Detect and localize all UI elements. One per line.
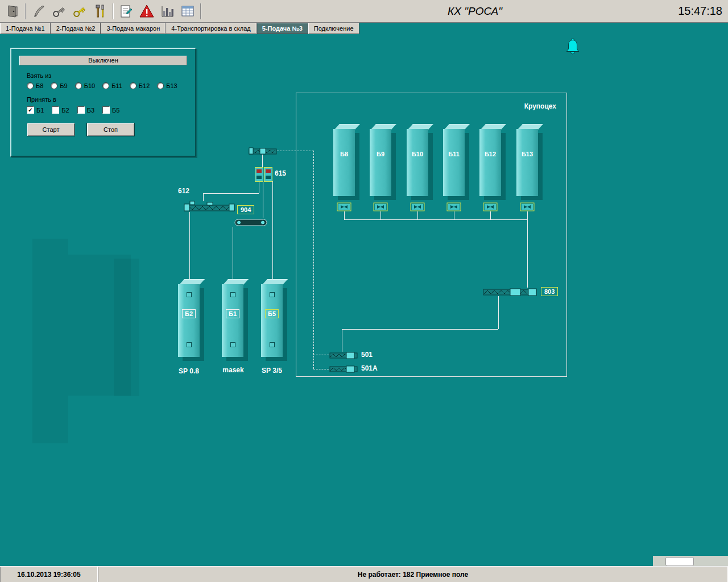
belt-conveyor-904 — [234, 218, 267, 227]
silo-label: Б10 — [407, 151, 428, 157]
checkbox-b2[interactable]: Б2 — [52, 106, 69, 114]
take-from-options: Б8 Б9 Б10 Б11 Б12 Б13 — [27, 82, 195, 89]
label-615: 615 — [275, 169, 286, 177]
silo-front — [479, 129, 501, 196]
horizontal-scrollbar[interactable] — [653, 556, 728, 566]
checkbox-label: Б3 — [87, 107, 94, 114]
alarm-warning-icon[interactable] — [136, 2, 157, 20]
checkbox-label: Б1 — [36, 107, 44, 114]
accept-to-options: ✓Б1 Б2 Б3 Б5 — [27, 106, 195, 114]
data-table-icon[interactable] — [177, 2, 198, 20]
label-612: 612 — [178, 187, 189, 195]
silo-b11-top: Б11 — [443, 129, 465, 196]
screw-conveyor-501a — [329, 365, 358, 373]
valve-b12-icon — [483, 202, 498, 211]
silo-b9-top: Б9 — [370, 129, 391, 196]
feather-pen-icon[interactable] — [28, 2, 49, 20]
exit-door-icon[interactable] — [2, 2, 23, 20]
tab-connection[interactable]: Подключение — [308, 23, 359, 34]
alarm-bell-icon[interactable] — [565, 39, 581, 58]
clock: 15:47:18 — [678, 5, 722, 18]
pipe-line — [380, 211, 381, 219]
tab-pasta-feed[interactable]: 3-Подача макарон — [101, 23, 166, 34]
report-document-icon[interactable] — [116, 2, 136, 20]
start-button[interactable]: Старт — [27, 123, 75, 136]
panel-buttons: Старт Стоп — [27, 123, 195, 136]
stop-button[interactable]: Стоп — [86, 123, 135, 136]
checkbox-label: Б5 — [112, 107, 119, 114]
key-gray-icon[interactable] — [49, 2, 69, 20]
valve-b11-icon — [446, 202, 461, 211]
pipe-line — [454, 211, 454, 219]
silo-front — [370, 129, 391, 196]
control-panel: Выключен Взять из Б8 Б9 Б10 Б11 Б12 Б13 … — [10, 48, 196, 157]
screw-conveyor-803 — [483, 288, 537, 296]
screw-conveyor-501 — [329, 352, 358, 359]
radio-label: Б13 — [166, 82, 177, 89]
tab-feed-1[interactable]: 1-Подача №1 — [0, 23, 51, 34]
pipe-line — [344, 211, 345, 219]
pipe-line — [233, 227, 233, 284]
level-sensor — [270, 292, 275, 297]
ghost-region — [114, 259, 139, 396]
checkbox-mark — [77, 106, 85, 114]
pipe-line — [272, 181, 273, 284]
radio-label: Б8 — [36, 82, 43, 89]
radio-b9[interactable]: Б9 — [51, 82, 67, 89]
pipe-line — [203, 193, 259, 194]
toolbar-separator — [200, 3, 201, 19]
radio-label: Б12 — [139, 82, 150, 89]
silo-label: Б9 — [370, 151, 391, 157]
silo-b10-top: Б10 — [407, 129, 428, 196]
tab-bar: 1-Подача №1 2-Подача №2 3-Подача макарон… — [0, 23, 728, 34]
silo-b2: Б2 — [178, 284, 200, 357]
screw-conveyor-612 — [183, 201, 235, 212]
checkbox-b5[interactable]: Б5 — [102, 106, 119, 114]
pipe-line — [527, 211, 528, 219]
silo-caption: masek — [216, 366, 250, 374]
accept-to-label: Принять в — [27, 96, 195, 103]
level-sensor — [230, 292, 235, 297]
silo-b5: Б5 — [261, 284, 283, 357]
silo-b12-top: Б12 — [479, 129, 501, 196]
checkbox-b3[interactable]: Б3 — [77, 106, 94, 114]
pipe-line — [498, 296, 499, 329]
silo-caption: SP 0.8 — [172, 367, 206, 375]
level-sensor — [187, 342, 192, 347]
pipe-line — [342, 329, 498, 330]
tools-icon[interactable] — [90, 2, 110, 20]
silo-front — [333, 129, 355, 196]
radio-circle — [75, 82, 82, 89]
radio-label: Б11 — [111, 82, 122, 89]
radio-b11[interactable]: Б11 — [102, 82, 122, 89]
radio-circle — [27, 82, 34, 89]
radio-b13[interactable]: Б13 — [157, 82, 177, 89]
pipe-line — [342, 329, 342, 352]
valve-b10-icon — [410, 202, 425, 211]
radio-b8[interactable]: Б8 — [27, 82, 43, 89]
status-message: Не работает: 182 Приемное поле — [98, 567, 728, 582]
radio-b10[interactable]: Б10 — [75, 82, 95, 89]
bar-chart-icon[interactable] — [157, 2, 177, 20]
pipe-line — [490, 211, 491, 219]
screw-conveyor-top — [249, 147, 277, 155]
level-sensor — [187, 292, 192, 297]
silo-label: Б11 — [443, 151, 465, 157]
key-yellow-icon[interactable] — [69, 2, 90, 20]
pipe-line — [263, 181, 263, 218]
level-sensor — [230, 342, 235, 347]
silo-front — [443, 129, 465, 196]
silo-b8-top: Б8 — [333, 129, 355, 196]
checkbox-b1[interactable]: ✓Б1 — [27, 106, 44, 114]
toolbar: КХ "РОСА" 15:47:18 — [0, 0, 728, 23]
tab-feed-2[interactable]: 2-Подача №2 — [51, 23, 101, 34]
status-display: Выключен — [19, 56, 187, 65]
valve-b13-icon — [520, 202, 535, 211]
status-datetime: 16.10.2013 19:36:05 — [0, 567, 98, 582]
label-803: 803 — [541, 287, 558, 296]
scrollbar-thumb[interactable] — [665, 557, 694, 566]
radio-b12[interactable]: Б12 — [130, 82, 150, 89]
tab-feed-3[interactable]: 5-Подача №3 — [257, 23, 308, 34]
tab-warehouse-transport[interactable]: 4-Транспортировка в склад — [166, 23, 256, 34]
silo-label: Б8 — [333, 151, 355, 157]
